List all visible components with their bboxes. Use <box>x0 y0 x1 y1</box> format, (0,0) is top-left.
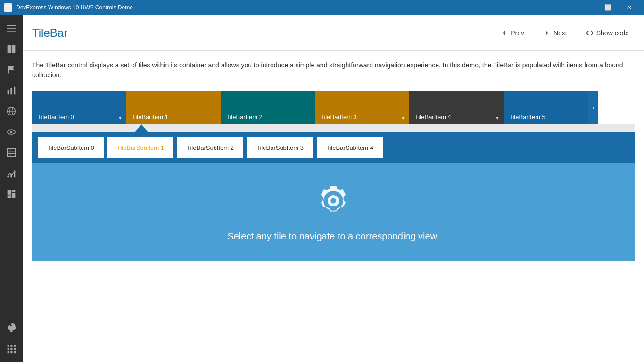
subitem-4[interactable]: TileBarSubItem 4 <box>317 137 383 158</box>
svg-rect-7 <box>8 90 9 94</box>
svg-rect-33 <box>10 351 12 353</box>
svg-rect-30 <box>10 348 12 350</box>
svg-rect-21 <box>14 170 15 177</box>
svg-rect-2 <box>7 31 16 32</box>
svg-rect-22 <box>8 190 11 195</box>
svg-rect-27 <box>10 345 12 347</box>
svg-rect-26 <box>8 345 9 347</box>
page-title: TileBar <box>32 26 67 40</box>
sidebar <box>0 15 23 362</box>
sidebar-item-analytics[interactable] <box>2 164 21 183</box>
tile-item-2[interactable]: TileBarItem 2 <box>221 91 315 124</box>
sidebar-item-apps-grid[interactable] <box>2 339 21 358</box>
svg-rect-1 <box>7 28 16 29</box>
content-area: TileBar Prev Next Show code The TileBar … <box>23 15 644 362</box>
subitem-3[interactable]: TileBarSubItem 3 <box>247 137 313 158</box>
nav-message: Select any tile to navigate to a corresp… <box>227 231 439 242</box>
svg-rect-3 <box>8 45 11 49</box>
svg-rect-31 <box>14 348 16 350</box>
sidebar-item-eye[interactable] <box>2 123 21 141</box>
subitem-0[interactable]: TileBarSubItem 0 <box>38 137 104 158</box>
tile-dropdown-3: ▼ <box>401 115 405 121</box>
svg-rect-5 <box>8 49 11 53</box>
prev-button[interactable]: Prev <box>495 25 530 41</box>
sidebar-item-table[interactable] <box>2 143 21 162</box>
triangle-container <box>32 124 635 132</box>
triangle-indicator <box>135 124 148 132</box>
gear-icon-container <box>314 182 352 222</box>
sidebar-item-grid[interactable] <box>2 40 21 58</box>
subitem-1[interactable]: TileBarSubItem 1 <box>107 137 173 158</box>
tile-item-3[interactable]: TileBarItem 3 ▼ <box>315 91 409 124</box>
svg-rect-9 <box>14 87 15 95</box>
svg-point-14 <box>10 131 13 133</box>
svg-rect-4 <box>12 45 16 49</box>
tilebar-items-row: TileBarItem 0 ▼ TileBarItem 1 TileBarIte… <box>32 91 635 124</box>
app-title: DevExpress Windows 10 UWP Controls Demo <box>16 4 133 11</box>
window-controls: — ⬜ ✕ <box>575 0 640 15</box>
svg-rect-8 <box>10 88 12 94</box>
tilebar-container: TileBarItem 0 ▼ TileBarItem 1 TileBarIte… <box>32 91 635 261</box>
sidebar-item-barchart[interactable] <box>2 81 21 100</box>
subitems-area: TileBarSubItem 0 TileBarSubItem 1 TileBa… <box>32 124 635 163</box>
description-text: The TileBar control displays a set of ti… <box>32 60 635 80</box>
back-button[interactable]: ← <box>4 3 12 12</box>
svg-rect-6 <box>12 49 16 53</box>
main-view: Select any tile to navigate to a corresp… <box>32 163 635 261</box>
svg-rect-24 <box>8 196 11 198</box>
demo-content: The TileBar control displays a set of ti… <box>23 51 644 362</box>
subitem-2[interactable]: TileBarSubItem 2 <box>177 137 243 158</box>
title-bar: ← DevExpress Windows 10 UWP Controls Dem… <box>0 0 644 15</box>
svg-rect-29 <box>8 348 9 350</box>
tile-item-1[interactable]: TileBarItem 1 <box>126 91 221 124</box>
next-button[interactable]: Next <box>537 25 573 41</box>
svg-rect-25 <box>12 193 16 198</box>
tile-item-4[interactable]: TileBarItem 4 ▼ <box>409 91 504 124</box>
tilebar-scroll-right[interactable]: › <box>588 91 598 124</box>
close-button[interactable]: ✕ <box>619 0 640 15</box>
tile-item-5[interactable]: TileBarItem 5 <box>504 91 588 124</box>
header-actions: Prev Next Show code <box>495 25 635 41</box>
show-code-button[interactable]: Show code <box>580 25 635 41</box>
sidebar-item-hamburger[interactable] <box>2 19 21 38</box>
code-icon <box>586 29 594 37</box>
gear-icon <box>314 182 352 220</box>
svg-rect-20 <box>10 174 12 178</box>
arrow-left-icon <box>500 29 508 37</box>
minimize-button[interactable]: — <box>575 0 597 15</box>
sidebar-item-wrench[interactable] <box>2 319 21 337</box>
tile-dropdown-4: ▼ <box>495 115 500 121</box>
sidebar-item-globe[interactable] <box>2 102 21 121</box>
svg-rect-28 <box>14 345 16 347</box>
tile-dropdown-0: ▼ <box>118 115 123 121</box>
svg-rect-23 <box>12 190 16 192</box>
sidebar-item-flag[interactable] <box>2 60 21 79</box>
header-bar: TileBar Prev Next Show code <box>23 15 644 51</box>
svg-rect-34 <box>14 351 16 353</box>
svg-rect-32 <box>8 351 9 353</box>
svg-rect-0 <box>7 25 16 26</box>
tile-item-0[interactable]: TileBarItem 0 ▼ <box>32 91 126 124</box>
sidebar-item-dashboard[interactable] <box>2 185 21 204</box>
svg-rect-19 <box>8 176 9 177</box>
arrow-right-icon <box>543 29 551 37</box>
subitems-bar: TileBarSubItem 0 TileBarSubItem 1 TileBa… <box>32 132 635 163</box>
maximize-button[interactable]: ⬜ <box>597 0 619 15</box>
svg-rect-15 <box>8 149 16 157</box>
